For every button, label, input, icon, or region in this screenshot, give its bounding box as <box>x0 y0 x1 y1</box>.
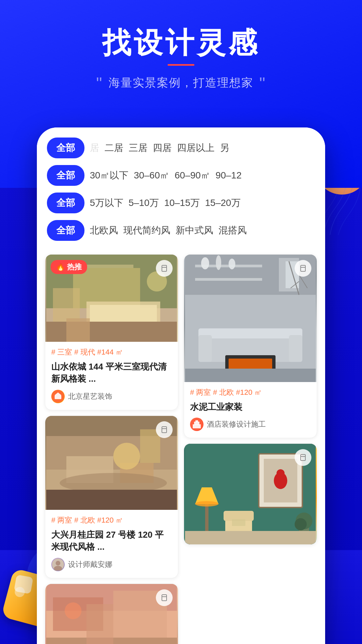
author-name-3: 设计师戴安娜 <box>68 559 112 570</box>
fire-icon: 🔥 <box>56 263 65 271</box>
svg-rect-48 <box>198 328 302 338</box>
svg-rect-50 <box>289 335 302 362</box>
svg-rect-10 <box>162 265 167 271</box>
svg-rect-57 <box>185 369 316 382</box>
svg-rect-35 <box>86 604 113 644</box>
card-daxing-author: 设计师戴安娜 <box>51 558 172 571</box>
card-shanshui[interactable]: 🔥 热推 # 三室 # 现代 #144 ㎡ 山水依城 144 平米三室现 <box>45 254 178 410</box>
svg-rect-80 <box>301 454 305 461</box>
bookmark-icon-2 <box>299 265 307 272</box>
filter-row-style: 全部 北欧风 现代简约风 新中式风 混搭风 <box>47 220 315 241</box>
svg-rect-3 <box>80 265 133 268</box>
card-pink-room[interactable] <box>45 584 178 644</box>
bookmark-icon-3 <box>161 426 168 433</box>
card-pink-image <box>45 584 178 644</box>
svg-rect-49 <box>198 335 212 362</box>
filter-area-30-60[interactable]: 30–60㎡ <box>134 169 169 182</box>
svg-point-45 <box>216 255 221 270</box>
filter-divider-1: 居 <box>90 142 99 154</box>
card-cement-tags: # 两室 # 北欧 #120 ㎡ <box>190 387 311 397</box>
svg-rect-13 <box>55 395 61 399</box>
bookmark-btn-card1[interactable] <box>156 260 173 277</box>
filter-mix[interactable]: 混搭风 <box>219 224 247 237</box>
bookmark-icon <box>161 265 168 272</box>
author-avatar-2 <box>190 418 203 431</box>
designer-avatar <box>52 558 64 571</box>
bookmark-icon-5 <box>161 594 168 601</box>
svg-point-34 <box>65 602 81 619</box>
filter-4plus-room[interactable]: 四居以上 <box>177 142 215 154</box>
page-wrapper: 找设计灵感 " 海量实景案例，打造理想家 " 全部 居 二居 三居 四居 四居以… <box>0 0 362 644</box>
svg-point-27 <box>56 561 60 566</box>
filter-area-90-120[interactable]: 90–12 <box>216 170 242 181</box>
bookmark-btn-card2[interactable] <box>295 260 311 277</box>
filter-budget-15-20[interactable]: 15–20万 <box>205 197 241 209</box>
filter-4room[interactable]: 四居 <box>153 142 172 154</box>
bookmark-btn-card5[interactable] <box>156 589 173 606</box>
card-cement[interactable]: # 两室 # 北欧 #120 ㎡ 水泥工业家装 <box>184 254 317 438</box>
svg-point-22 <box>113 443 140 470</box>
hot-label: 热推 <box>67 262 82 272</box>
card-daxing-tags: # 两室 # 北欧 #120 ㎡ <box>51 515 172 525</box>
card-green-image <box>184 444 317 544</box>
filter-3room[interactable]: 三居 <box>129 142 147 154</box>
filter-2room[interactable]: 二居 <box>105 142 123 154</box>
filter-budget-5-10[interactable]: 5–10万 <box>129 197 159 209</box>
filter-all-room[interactable]: 全部 <box>47 138 84 158</box>
author-name-2: 酒店装修设计施工 <box>207 419 266 429</box>
filter-modern[interactable]: 现代简约风 <box>123 224 170 237</box>
filter-nordic[interactable]: 北欧风 <box>90 224 118 237</box>
svg-point-44 <box>201 257 209 269</box>
filter-row-area: 全部 30㎡以下 30–60㎡ 60–90㎡ 90–12 <box>47 165 315 186</box>
filter-chinese[interactable]: 新中式风 <box>176 224 213 237</box>
filter-all-budget[interactable]: 全部 <box>47 193 84 213</box>
filter-area-30[interactable]: 30㎡以下 <box>90 169 128 182</box>
filter-budget-10-15[interactable]: 10–15万 <box>164 197 200 209</box>
card-shanshui-body: # 三室 # 现代 #144 ㎡ 山水依城 144 平米三室现代清新风格装 ..… <box>45 342 178 410</box>
svg-rect-36 <box>162 595 167 601</box>
filter-row-budget: 全部 5万以下 5–10万 10–15万 15–20万 <box>47 193 315 213</box>
filter-more-room[interactable]: 另 <box>220 142 229 154</box>
card-daxing[interactable]: # 两室 # 北欧 #120 ㎡ 大兴月桂庄园 27 号楼 120 平米现代风格… <box>45 416 178 578</box>
title-underline <box>168 64 194 66</box>
content-container: 全部 居 二居 三居 四居 四居以上 另 全部 30㎡以下 30–60㎡ 60–… <box>37 127 325 644</box>
author-name-1: 北京星艺装饰 <box>68 391 112 401</box>
card-shanshui-title: 山水依城 144 平米三室现代清新风格装 ... <box>51 361 172 385</box>
filter-section: 全部 居 二居 三居 四居 四居以上 另 全部 30㎡以下 30–60㎡ 60–… <box>37 127 325 254</box>
svg-rect-79 <box>185 531 316 544</box>
card-cement-title: 水泥工业家装 <box>190 401 311 413</box>
card-daxing-title: 大兴月桂庄园 27 号楼 120 平米现代风格 ... <box>51 529 172 553</box>
bookmark-btn-card3[interactable] <box>156 421 173 438</box>
subtitle: " 海量实景案例，打造理想家 " <box>96 74 266 93</box>
svg-rect-58 <box>301 265 305 271</box>
card-daxing-image <box>45 416 178 510</box>
card-shanshui-author: 北京星艺装饰 <box>51 390 172 403</box>
svg-rect-7 <box>46 322 177 342</box>
svg-rect-24 <box>162 427 167 433</box>
author-avatar-3 <box>51 558 65 571</box>
card-shanshui-image: 🔥 热推 <box>45 255 178 342</box>
svg-rect-43 <box>195 278 262 281</box>
card-green-room[interactable] <box>184 443 317 545</box>
svg-rect-21 <box>46 490 177 510</box>
author-avatar-1 <box>51 390 65 403</box>
filter-all-style[interactable]: 全部 <box>47 220 84 241</box>
svg-point-69 <box>277 469 285 477</box>
card-cement-image <box>184 255 317 382</box>
card-daxing-body: # 两室 # 北欧 #120 ㎡ 大兴月桂庄园 27 号楼 120 平米现代风格… <box>45 510 178 578</box>
hot-badge: 🔥 热推 <box>51 260 87 274</box>
subtitle-text: 海量实景案例，打造理想家 <box>109 76 253 89</box>
bookmark-icon-4 <box>299 454 307 461</box>
left-column: 🔥 热推 # 三室 # 现代 #144 ㎡ 山水依城 144 平米三室现 <box>45 254 178 644</box>
quote-right-icon: " <box>259 74 266 93</box>
svg-rect-78 <box>232 519 245 526</box>
filter-all-area[interactable]: 全部 <box>47 165 84 186</box>
svg-rect-63 <box>195 420 198 422</box>
hotel-logo <box>191 418 203 430</box>
company-logo-1 <box>52 390 64 402</box>
card-shanshui-tags: # 三室 # 现代 #144 ㎡ <box>51 347 172 357</box>
filter-budget-5[interactable]: 5万以下 <box>90 197 123 209</box>
filter-area-60-90[interactable]: 60–90㎡ <box>175 169 210 182</box>
right-column: # 两室 # 北欧 #120 ㎡ 水泥工业家装 <box>184 254 317 644</box>
svg-rect-8 <box>66 318 90 342</box>
